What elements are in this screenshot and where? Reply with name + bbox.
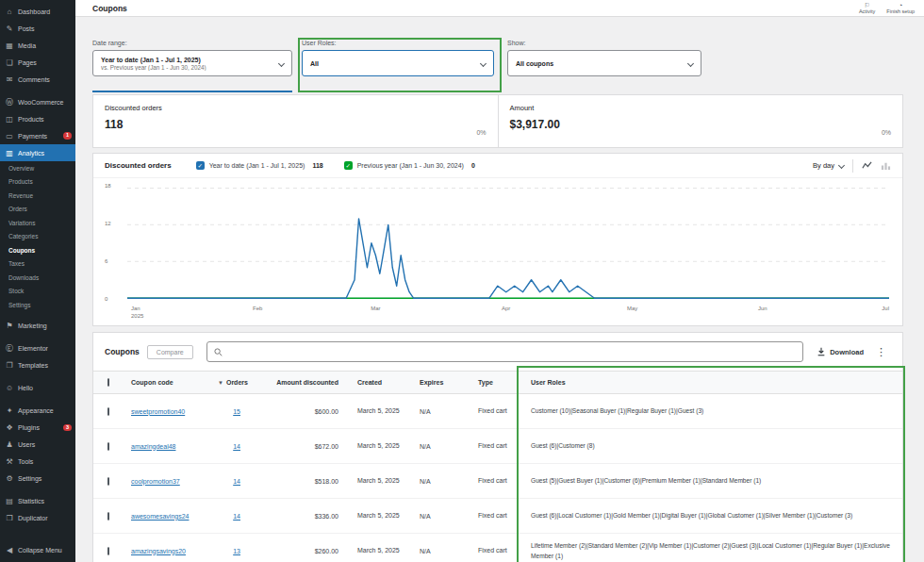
submenu-item-stock[interactable]: Stock: [0, 285, 75, 299]
sidebar-item-products[interactable]: ◫ Products: [0, 110, 75, 127]
line-chart-icon[interactable]: [862, 160, 872, 171]
orders-count-link[interactable]: 13: [233, 548, 240, 554]
sidebar-item-elementor[interactable]: Ⓔ Elementor: [0, 340, 75, 357]
submenu-item-variations[interactable]: Variations: [0, 216, 75, 230]
row-checkbox[interactable]: [107, 443, 109, 450]
analytics-icon: ▥: [5, 149, 14, 157]
sidebar-item-tools[interactable]: ⚒ Tools: [0, 454, 75, 471]
row-checkbox[interactable]: [107, 478, 109, 485]
compare-button[interactable]: Compare: [147, 345, 193, 359]
orders-count-link[interactable]: 15: [233, 408, 240, 415]
column-orders-sorted[interactable]: ▼ Orders: [210, 379, 256, 386]
activity-button[interactable]: ⚐ Activity: [859, 2, 875, 15]
date-range-select[interactable]: Year to date (Jan 1 - Jul 1, 2025) vs. P…: [92, 50, 292, 76]
interval-select[interactable]: By day: [813, 161, 844, 170]
sidebar-item-comments[interactable]: ✉ Comments: [0, 71, 75, 88]
sidebar-item-users[interactable]: ♟ Users: [0, 437, 75, 454]
summary-cards: Discounted orders 118 0% Amount $3,917.0…: [92, 94, 903, 148]
sidebar-item-posts[interactable]: ✎ Posts: [0, 20, 75, 37]
coupon-code-link[interactable]: sweetpromotion40: [131, 408, 185, 415]
sidebar-item-templates[interactable]: ❐ Templates: [0, 357, 75, 374]
submenu-item-downloads[interactable]: Downloads: [0, 271, 75, 285]
sidebar-item-label: Users: [18, 441, 35, 448]
plugins-badge: 3: [63, 424, 72, 432]
row-checkbox[interactable]: [107, 408, 109, 415]
coupon-code-link[interactable]: coolpromotion37: [131, 478, 180, 485]
submenu-item-orders[interactable]: Orders: [0, 203, 75, 217]
sidebar-item-settings[interactable]: ⚙ Settings: [0, 471, 75, 488]
sidebar-item-collapse-menu[interactable]: ◀ Collapse Menu: [0, 541, 75, 558]
sidebar-item-label: Plugins: [18, 424, 40, 431]
amount-discounted: $518.00: [315, 478, 350, 485]
finish-setup-button[interactable]: ◔ Finish setup: [886, 2, 915, 15]
sidebar-item-pages[interactable]: ❏ Pages: [0, 54, 75, 71]
sidebar-item-duplicator[interactable]: ❒ Duplicator: [0, 510, 75, 527]
user-roles-value: All: [310, 60, 319, 67]
submenu-item-settings[interactable]: Settings: [0, 298, 75, 312]
table-row: coolpromotion37 14 $518.00 March 5, 2025…: [93, 464, 902, 499]
column-created[interactable]: Created: [350, 379, 412, 386]
legend-current-period[interactable]: ✓ Year to date (Jan 1 - Jul 1, 2025) 118: [196, 161, 323, 170]
submenu-item-revenue[interactable]: Revenue: [0, 189, 75, 203]
row-checkbox[interactable]: [107, 513, 109, 520]
sidebar-item-plugins[interactable]: ❖ Plugins 3: [0, 420, 75, 437]
summary-card-amount[interactable]: Amount $3,917.00 0%: [499, 95, 903, 147]
column-expires[interactable]: Expires: [412, 379, 470, 386]
payments-icon: ▭: [5, 132, 14, 140]
kebab-menu-icon[interactable]: ⋮: [871, 346, 891, 358]
comments-icon: ✉: [5, 75, 14, 84]
chart-header: Discounted orders ✓ Year to date (Jan 1 …: [93, 154, 902, 178]
column-amount-discounted[interactable]: Amount discounted: [276, 379, 350, 386]
y-tick: 6: [105, 258, 107, 264]
column-type[interactable]: Type: [470, 379, 523, 386]
chart-plot-area[interactable]: [127, 186, 889, 299]
user-roles: Guest (6)|Customer (8): [523, 440, 902, 451]
user-roles-select[interactable]: All: [302, 50, 494, 76]
sidebar-item-marketing[interactable]: ⚑ Marketing: [0, 318, 75, 335]
sidebar-item-hello[interactable]: ☺ Hello: [0, 380, 75, 397]
bar-chart-icon[interactable]: [881, 160, 891, 171]
submenu-item-taxes[interactable]: Taxes: [0, 257, 75, 272]
orders-count-link[interactable]: 14: [233, 513, 240, 520]
sidebar-item-dashboard[interactable]: ⌂ Dashboard: [0, 3, 75, 20]
user-roles: Guest (5)|Guest Buyer (1)|Customer (6)|P…: [523, 475, 902, 486]
sidebar-item-woocommerce[interactable]: Ⓦ WooCommerce: [0, 93, 75, 110]
submenu-item-overview[interactable]: Overview: [0, 161, 75, 175]
created-date: March 5, 2025: [350, 511, 412, 521]
legend-label: Year to date (Jan 1 - Jul 1, 2025): [209, 162, 305, 169]
summary-label: Discounted orders: [105, 104, 487, 112]
settings-icon: ⚙: [5, 474, 14, 483]
sidebar-item-label: Media: [18, 42, 36, 49]
column-user-roles[interactable]: User Roles: [523, 379, 902, 386]
coupon-code-link[interactable]: amazingdeal48: [131, 443, 175, 450]
expires: N/A: [412, 548, 470, 554]
table-search[interactable]: [206, 341, 804, 362]
chart-controls: By day: [813, 159, 891, 173]
row-checkbox[interactable]: [107, 548, 109, 554]
search-input[interactable]: [227, 349, 797, 355]
legend-previous-period[interactable]: ✓ Previous year (Jan 1 - Jun 30, 2024) 0: [344, 161, 475, 170]
coupon-code-link[interactable]: amazingsavings20: [131, 548, 186, 554]
sidebar-item-label: Templates: [18, 362, 48, 369]
column-coupon-code[interactable]: Coupon code: [124, 379, 210, 386]
summary-card-discounted-orders[interactable]: Discounted orders 118 0%: [93, 95, 499, 147]
sidebar-item-payments[interactable]: ▭ Payments 1: [0, 127, 75, 144]
download-button[interactable]: Download: [817, 347, 864, 356]
orders-count-link[interactable]: 14: [233, 443, 240, 450]
sidebar-item-media[interactable]: ▦ Media: [0, 37, 75, 54]
orders-count-link[interactable]: 14: [233, 478, 240, 485]
created-date: March 5, 2025: [350, 546, 412, 556]
submenu-item-categories[interactable]: Categories: [0, 230, 75, 244]
submenu-item-products[interactable]: Products: [0, 175, 75, 190]
select-all-checkbox[interactable]: [107, 379, 109, 386]
sidebar-item-label: Collapse Menu: [18, 547, 62, 554]
submenu-item-coupons[interactable]: Coupons: [0, 243, 75, 257]
activity-label: Activity: [859, 8, 875, 15]
sidebar-item-label: Analytics: [18, 150, 44, 157]
sidebar-item-appearance[interactable]: ✦ Appearance: [0, 403, 75, 420]
sidebar-item-analytics[interactable]: ▥ Analytics: [0, 144, 75, 161]
sidebar-item-statistics[interactable]: ▤ Statistics: [0, 493, 75, 510]
show-select[interactable]: All coupons: [507, 50, 701, 76]
coupon-code-link[interactable]: awesomesavings24: [131, 513, 189, 520]
divider: [852, 159, 853, 173]
